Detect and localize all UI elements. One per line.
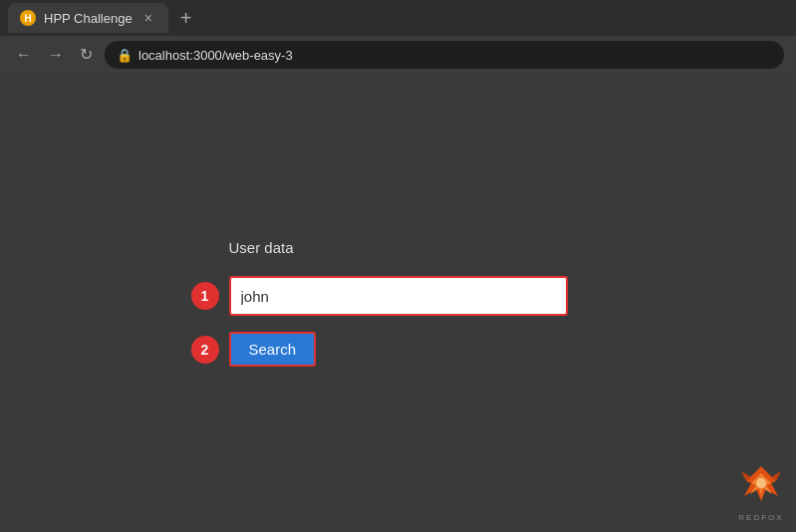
page-content: User data 1 2 Search REDFOX (0, 74, 796, 532)
tab-close-button[interactable]: × (140, 8, 156, 28)
address-text: localhost:3000/web-easy-3 (138, 48, 293, 63)
search-btn-row: 2 Search (229, 332, 568, 367)
tab-favicon: H (20, 10, 36, 26)
new-tab-button[interactable]: + (172, 3, 200, 33)
user-data-input[interactable] (229, 276, 568, 316)
annotation-badge-2: 2 (191, 336, 219, 364)
forward-button[interactable]: → (44, 45, 68, 65)
browser-chrome: H HPP Challenge × + ← → ↻ 🔒 localhost:30… (0, 0, 796, 74)
tab-title: HPP Challenge (44, 11, 133, 26)
reload-button[interactable]: ↻ (76, 45, 97, 65)
svg-point-2 (756, 478, 766, 488)
redfox-logo (736, 461, 786, 511)
watermark: REDFOX (736, 461, 786, 522)
input-row: 1 (229, 276, 568, 316)
annotation-badge-1: 1 (191, 282, 219, 310)
watermark-text: REDFOX (738, 513, 783, 522)
address-bar[interactable]: 🔒 localhost:3000/web-easy-3 (105, 41, 784, 69)
active-tab[interactable]: H HPP Challenge × (8, 3, 168, 33)
form-container: User data 1 2 Search (229, 239, 568, 367)
search-button[interactable]: Search (229, 332, 317, 367)
tab-bar: H HPP Challenge × + (0, 0, 796, 36)
form-label: User data (229, 239, 568, 256)
address-bar-row: ← → ↻ 🔒 localhost:3000/web-easy-3 (0, 36, 796, 74)
lock-icon: 🔒 (117, 48, 133, 63)
back-button[interactable]: ← (12, 45, 36, 65)
